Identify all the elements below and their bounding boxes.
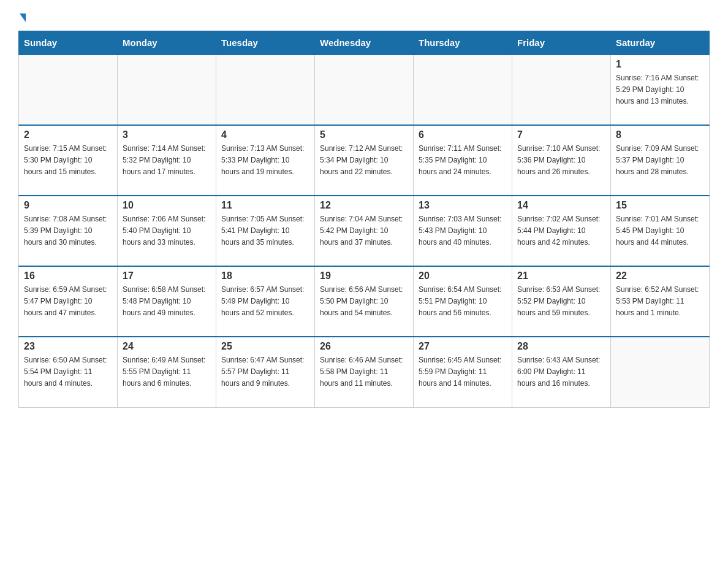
day-number: 16 xyxy=(24,270,112,282)
day-number: 26 xyxy=(320,341,408,352)
day-info: Sunrise: 6:47 AM Sunset: 5:57 PM Dayligh… xyxy=(221,354,309,390)
day-number: 12 xyxy=(320,200,408,211)
day-info: Sunrise: 7:02 AM Sunset: 5:44 PM Dayligh… xyxy=(517,213,605,249)
day-number: 20 xyxy=(419,270,507,282)
calendar-cell xyxy=(19,55,118,125)
day-info: Sunrise: 7:14 AM Sunset: 5:32 PM Dayligh… xyxy=(123,143,211,178)
calendar-week-row: 16Sunrise: 6:59 AM Sunset: 5:47 PM Dayli… xyxy=(19,266,710,337)
calendar-week-row: 23Sunrise: 6:50 AM Sunset: 5:54 PM Dayli… xyxy=(19,337,710,407)
day-info: Sunrise: 7:06 AM Sunset: 5:40 PM Dayligh… xyxy=(123,213,211,249)
day-info: Sunrise: 7:10 AM Sunset: 5:36 PM Dayligh… xyxy=(517,143,605,178)
day-info: Sunrise: 7:15 AM Sunset: 5:30 PM Dayligh… xyxy=(24,143,112,178)
day-info: Sunrise: 6:56 AM Sunset: 5:50 PM Dayligh… xyxy=(320,284,408,320)
day-number: 4 xyxy=(221,129,309,140)
calendar-cell: 17Sunrise: 6:58 AM Sunset: 5:48 PM Dayli… xyxy=(118,266,216,337)
day-number: 10 xyxy=(123,200,211,211)
calendar-cell: 18Sunrise: 6:57 AM Sunset: 5:49 PM Dayli… xyxy=(216,266,315,337)
calendar-cell: 16Sunrise: 6:59 AM Sunset: 5:47 PM Dayli… xyxy=(19,266,118,337)
calendar-cell: 27Sunrise: 6:45 AM Sunset: 5:59 PM Dayli… xyxy=(414,337,512,407)
day-info: Sunrise: 6:53 AM Sunset: 5:52 PM Dayligh… xyxy=(517,284,605,320)
day-number: 21 xyxy=(517,270,605,282)
day-number: 18 xyxy=(221,270,309,282)
calendar-cell: 13Sunrise: 7:03 AM Sunset: 5:43 PM Dayli… xyxy=(414,196,512,266)
calendar-cell: 9Sunrise: 7:08 AM Sunset: 5:39 PM Daylig… xyxy=(19,196,118,266)
calendar-cell xyxy=(611,337,710,407)
day-number: 22 xyxy=(616,270,704,282)
calendar-cell xyxy=(315,55,414,125)
day-of-week-header: Tuesday xyxy=(216,31,315,55)
day-number: 1 xyxy=(616,59,704,70)
calendar-cell xyxy=(216,55,315,125)
day-number: 25 xyxy=(221,341,309,352)
days-of-week-row: SundayMondayTuesdayWednesdayThursdayFrid… xyxy=(19,31,710,55)
calendar-cell: 8Sunrise: 7:09 AM Sunset: 5:37 PM Daylig… xyxy=(611,125,710,196)
day-info: Sunrise: 7:09 AM Sunset: 5:37 PM Dayligh… xyxy=(616,143,704,178)
day-number: 11 xyxy=(221,200,309,211)
day-info: Sunrise: 6:45 AM Sunset: 5:59 PM Dayligh… xyxy=(419,354,507,390)
calendar-cell: 25Sunrise: 6:47 AM Sunset: 5:57 PM Dayli… xyxy=(216,337,315,407)
logo-arrow-icon xyxy=(20,13,26,22)
calendar-cell xyxy=(512,55,611,125)
day-info: Sunrise: 6:57 AM Sunset: 5:49 PM Dayligh… xyxy=(221,284,309,320)
calendar-cell: 15Sunrise: 7:01 AM Sunset: 5:45 PM Dayli… xyxy=(611,196,710,266)
calendar-cell: 10Sunrise: 7:06 AM Sunset: 5:40 PM Dayli… xyxy=(118,196,216,266)
calendar-cell: 7Sunrise: 7:10 AM Sunset: 5:36 PM Daylig… xyxy=(512,125,611,196)
day-number: 9 xyxy=(24,200,112,211)
calendar-table: SundayMondayTuesdayWednesdayThursdayFrid… xyxy=(18,31,710,408)
day-number: 3 xyxy=(123,129,211,140)
day-number: 17 xyxy=(123,270,211,282)
day-number: 13 xyxy=(419,200,507,211)
calendar-week-row: 1Sunrise: 7:16 AM Sunset: 5:29 PM Daylig… xyxy=(19,55,710,125)
day-number: 5 xyxy=(320,129,408,140)
calendar-cell: 12Sunrise: 7:04 AM Sunset: 5:42 PM Dayli… xyxy=(315,196,414,266)
day-of-week-header: Monday xyxy=(118,31,216,55)
day-info: Sunrise: 7:12 AM Sunset: 5:34 PM Dayligh… xyxy=(320,143,408,178)
day-number: 19 xyxy=(320,270,408,282)
day-info: Sunrise: 7:13 AM Sunset: 5:33 PM Dayligh… xyxy=(221,143,309,178)
day-info: Sunrise: 7:04 AM Sunset: 5:42 PM Dayligh… xyxy=(320,213,408,249)
calendar-cell: 21Sunrise: 6:53 AM Sunset: 5:52 PM Dayli… xyxy=(512,266,611,337)
logo xyxy=(18,12,27,21)
calendar-cell xyxy=(414,55,512,125)
day-info: Sunrise: 6:43 AM Sunset: 6:00 PM Dayligh… xyxy=(517,354,605,390)
day-number: 6 xyxy=(419,129,507,140)
calendar-body: 1Sunrise: 7:16 AM Sunset: 5:29 PM Daylig… xyxy=(19,55,710,407)
calendar-week-row: 9Sunrise: 7:08 AM Sunset: 5:39 PM Daylig… xyxy=(19,196,710,266)
calendar-cell: 26Sunrise: 6:46 AM Sunset: 5:58 PM Dayli… xyxy=(315,337,414,407)
day-number: 15 xyxy=(616,200,704,211)
day-info: Sunrise: 6:49 AM Sunset: 5:55 PM Dayligh… xyxy=(123,354,211,390)
calendar-cell xyxy=(118,55,216,125)
day-of-week-header: Thursday xyxy=(414,31,512,55)
calendar-cell: 28Sunrise: 6:43 AM Sunset: 6:00 PM Dayli… xyxy=(512,337,611,407)
day-info: Sunrise: 6:50 AM Sunset: 5:54 PM Dayligh… xyxy=(24,354,112,390)
calendar-cell: 6Sunrise: 7:11 AM Sunset: 5:35 PM Daylig… xyxy=(414,125,512,196)
day-of-week-header: Sunday xyxy=(19,31,118,55)
calendar-header: SundayMondayTuesdayWednesdayThursdayFrid… xyxy=(19,31,710,55)
day-info: Sunrise: 6:46 AM Sunset: 5:58 PM Dayligh… xyxy=(320,354,408,390)
day-info: Sunrise: 7:05 AM Sunset: 5:41 PM Dayligh… xyxy=(221,213,309,249)
day-number: 24 xyxy=(123,341,211,352)
day-number: 28 xyxy=(517,341,605,352)
day-info: Sunrise: 7:11 AM Sunset: 5:35 PM Dayligh… xyxy=(419,143,507,178)
calendar-cell: 23Sunrise: 6:50 AM Sunset: 5:54 PM Dayli… xyxy=(19,337,118,407)
calendar-cell: 2Sunrise: 7:15 AM Sunset: 5:30 PM Daylig… xyxy=(19,125,118,196)
day-of-week-header: Saturday xyxy=(611,31,710,55)
day-of-week-header: Wednesday xyxy=(315,31,414,55)
day-number: 8 xyxy=(616,129,704,140)
page-header xyxy=(18,12,710,21)
day-of-week-header: Friday xyxy=(512,31,611,55)
day-info: Sunrise: 7:16 AM Sunset: 5:29 PM Dayligh… xyxy=(616,72,704,108)
calendar-cell: 1Sunrise: 7:16 AM Sunset: 5:29 PM Daylig… xyxy=(611,55,710,125)
calendar-cell: 22Sunrise: 6:52 AM Sunset: 5:53 PM Dayli… xyxy=(611,266,710,337)
calendar-cell: 4Sunrise: 7:13 AM Sunset: 5:33 PM Daylig… xyxy=(216,125,315,196)
day-info: Sunrise: 6:54 AM Sunset: 5:51 PM Dayligh… xyxy=(419,284,507,320)
day-number: 7 xyxy=(517,129,605,140)
day-info: Sunrise: 7:01 AM Sunset: 5:45 PM Dayligh… xyxy=(616,213,704,249)
day-number: 23 xyxy=(24,341,112,352)
calendar-cell: 11Sunrise: 7:05 AM Sunset: 5:41 PM Dayli… xyxy=(216,196,315,266)
calendar-cell: 5Sunrise: 7:12 AM Sunset: 5:34 PM Daylig… xyxy=(315,125,414,196)
day-info: Sunrise: 7:03 AM Sunset: 5:43 PM Dayligh… xyxy=(419,213,507,249)
calendar-cell: 3Sunrise: 7:14 AM Sunset: 5:32 PM Daylig… xyxy=(118,125,216,196)
calendar-cell: 14Sunrise: 7:02 AM Sunset: 5:44 PM Dayli… xyxy=(512,196,611,266)
day-info: Sunrise: 6:58 AM Sunset: 5:48 PM Dayligh… xyxy=(123,284,211,320)
